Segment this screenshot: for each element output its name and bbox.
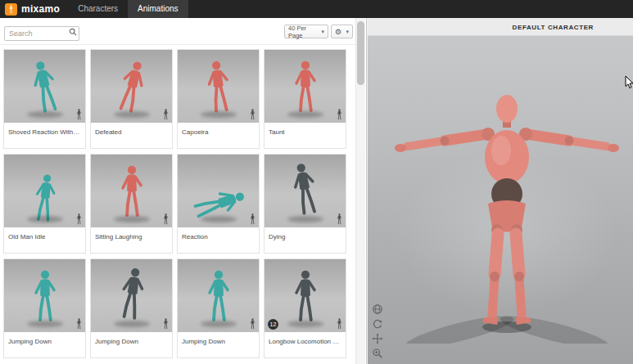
figure-shadow [27,216,63,222]
skeleton-icon [249,213,256,225]
character-figure [201,269,237,325]
animation-thumbnail: 12 [265,259,346,332]
figure-shadow [287,216,323,222]
page-size-select[interactable]: 40 Per Page ▾ [284,25,328,38]
animation-name: Shoved Reaction With Spin [4,123,85,136]
viewer-tools [372,303,383,359]
figure-shadow [287,111,323,118]
default-character-model [384,82,630,344]
animation-thumbnail [4,50,85,123]
orbit-icon[interactable] [372,318,383,330]
animation-card[interactable]: Dying [264,154,346,254]
animation-name: Taunt [265,123,346,136]
animation-name: Jumping Down [4,332,85,345]
animation-thumbnail [91,155,172,227]
figure-shadow [27,111,63,118]
animations-panel: 40 Per Page ▾ ⚙ ▾ [0,18,367,364]
pan-icon[interactable] [372,333,383,344]
settings-dropdown-button[interactable]: ⚙ ▾ [331,25,353,38]
animation-card[interactable]: Capoeira [177,49,260,149]
animation-thumbnail [178,259,259,332]
brand-name: mixamo [21,3,60,15]
animation-thumbnail [4,155,85,227]
figure-shadow [114,111,150,118]
animation-name: Reaction [178,227,259,240]
nav-tab-characters[interactable]: Characters [68,0,128,18]
character-figure [287,60,323,115]
animation-card[interactable]: Jumping Down [3,258,86,358]
animations-grid: Shoved Reaction With Spin Defeated [0,45,366,363]
animation-card[interactable]: Jumping Down [177,258,260,358]
skeleton-icon [75,213,83,225]
skeleton-icon [162,109,170,120]
skeleton-icon [75,109,83,120]
skeleton-icon [75,318,83,330]
animation-card[interactable]: Sitting Laughing [90,154,173,254]
search-icon [69,28,77,36]
pack-count-badge: 12 [268,319,278,330]
gear-icon: ⚙ [335,28,341,36]
chevron-down-icon: ▾ [321,29,324,35]
figure-shadow [114,321,150,327]
skeleton-icon [336,213,343,225]
character-figure [287,269,323,325]
animation-name: Capoeira [178,123,259,136]
character-figure [197,58,239,117]
animation-card[interactable]: Taunt [264,49,346,149]
animation-thumbnail [91,259,172,332]
mixamo-logo-icon [5,3,17,16]
animation-thumbnail [4,259,85,332]
animation-name: Old Man Idle [4,227,85,240]
animation-name: Jumping Down [91,332,172,345]
animation-thumbnail [91,50,172,123]
skeleton-icon [162,213,170,225]
figure-shadow [201,321,237,327]
animation-thumbnail [265,50,346,123]
nav-tab-animations[interactable]: Animations [128,0,188,18]
skeleton-icon [162,318,170,330]
animation-name: Jumping Down [178,332,259,345]
character-viewer: DEFAULT CHARACTER [368,18,633,364]
page-size-value: 40 Per Page [288,25,321,39]
skeleton-icon [249,109,256,120]
animations-toolbar: 40 Per Page ▾ ⚙ ▾ [0,18,366,45]
figure-shadow [287,321,323,327]
figure-shadow [201,216,237,222]
skeleton-icon [336,109,343,120]
animation-card[interactable]: Defeated [90,49,173,149]
skeleton-icon [336,318,343,330]
animation-thumbnail [265,155,346,227]
character-figure [107,56,156,119]
animation-name: Dying [265,227,346,240]
scrollbar-thumb[interactable] [357,21,364,85]
animation-card[interactable]: Jumping Down [90,258,173,358]
animation-card[interactable]: Old Man Idle [3,154,86,254]
character-figure [282,160,327,221]
panel-scrollbar[interactable] [355,18,365,364]
animation-name: Defeated [91,123,172,136]
viewer-title: DEFAULT CHARACTER [513,24,594,31]
zoom-icon[interactable] [372,348,383,359]
animation-thumbnail [178,155,259,227]
viewer-canvas[interactable] [368,36,633,364]
figure-shadow [27,321,63,327]
character-figure [110,264,153,324]
chevron-down-icon: ▾ [346,29,349,35]
mixamo-logo[interactable]: mixamo [0,3,68,16]
animation-card[interactable]: 12 Longbow Locomotion Pack [264,258,346,358]
animation-thumbnail [178,50,259,123]
figure-shadow [201,111,237,118]
animations-list: Shoved Reaction With Spin Defeated [0,45,366,363]
animation-name: Longbow Locomotion Pack [265,332,346,345]
character-figure [27,269,63,325]
animation-card[interactable]: Shoved Reaction With Spin [3,49,86,149]
character-figure [114,164,150,220]
character-figure [21,56,68,119]
globe-icon[interactable] [372,303,383,315]
figure-shadow [114,216,150,222]
top-navbar: mixamo Characters Animations [0,0,633,18]
animation-name: Sitting Laughing [91,227,172,240]
skeleton-icon [249,318,256,330]
viewer-header: DEFAULT CHARACTER [368,18,633,36]
animation-card[interactable]: Reaction [177,154,260,254]
